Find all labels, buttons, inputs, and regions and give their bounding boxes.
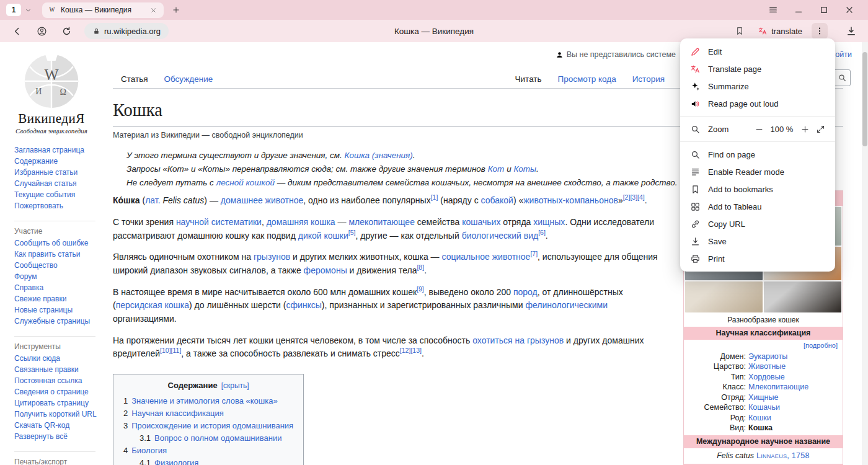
browser-menu-button[interactable] — [760, 0, 786, 20]
menu-item[interactable]: Summarize — [680, 78, 835, 95]
ref-link[interactable]: [9] — [417, 285, 424, 293]
sidebar-link[interactable]: Пожертвовать — [14, 200, 99, 211]
profile-button[interactable] — [32, 22, 51, 40]
wiki-link[interactable]: Животные — [748, 362, 786, 371]
ref-link[interactable]: [5] — [348, 229, 356, 236]
wiki-link[interactable]: Эукариоты — [748, 352, 787, 361]
wiki-link[interactable]: охотиться на грызунов — [472, 335, 564, 345]
ref-link[interactable]: [3] — [630, 194, 637, 202]
sidebar-link[interactable]: Текущие события — [14, 189, 99, 200]
toc-item[interactable]: 2Научная классификация — [123, 407, 293, 420]
address-bar[interactable]: ru.wikipedia.org — [84, 23, 169, 39]
sidebar-link[interactable]: Сообщить об ошибке — [14, 237, 99, 249]
ref-link[interactable]: [1] — [431, 194, 438, 202]
toc-hide-link[interactable]: [скрыть] — [221, 381, 249, 390]
window-close-button[interactable] — [836, 0, 862, 20]
wiki-link[interactable]: домашняя кошка — [267, 217, 335, 227]
back-button[interactable] — [7, 22, 26, 40]
sidebar-link[interactable]: Форум — [14, 271, 99, 282]
wiki-link[interactable]: научной систематики — [176, 217, 262, 227]
wiki-link[interactable]: собакой — [481, 195, 513, 205]
zoom-out-button[interactable] — [754, 124, 764, 134]
new-tab-button[interactable] — [169, 2, 184, 17]
menu-item[interactable]: Translate page — [680, 60, 835, 78]
black-cat-photo[interactable] — [764, 281, 841, 312]
toc-item[interactable]: 1Значение и этимология слова «кошка» — [123, 395, 293, 407]
menu-item[interactable]: Copy URL — [680, 215, 835, 232]
wiki-link[interactable]: Кошачьи — [748, 403, 780, 412]
wiki-link[interactable]: Млекопитающие — [748, 383, 808, 391]
ref-link[interactable]: [4] — [637, 194, 645, 202]
sidebar-link[interactable]: Заглавная страница — [14, 144, 99, 156]
wiki-link[interactable]: Кошка (значения) — [345, 151, 413, 160]
toc-item[interactable]: 3.1Вопрос о полном одомашнивании — [123, 432, 293, 445]
tab-close-button[interactable] — [149, 6, 158, 15]
sidebar-link[interactable]: Ссылки сюда — [14, 353, 99, 364]
more-actions-button[interactable] — [812, 23, 828, 39]
wiki-link[interactable]: хищных — [533, 217, 565, 227]
wiki-link[interactable]: дикой кошки — [298, 231, 348, 241]
bookmark-button[interactable] — [731, 22, 748, 40]
tab-counter-button[interactable]: 1 — [6, 4, 21, 16]
wiki-link[interactable]: Кот — [488, 164, 505, 174]
tab-list-chevron-button[interactable] — [22, 4, 33, 16]
wiki-link[interactable]: животных-компаньонов — [523, 195, 618, 205]
wiki-link[interactable]: Кошки — [748, 414, 771, 422]
sidebar-link[interactable]: Новые страницы — [14, 304, 99, 316]
wiki-link[interactable]: домашнее животное — [221, 195, 303, 205]
wiki-link[interactable]: грызунов — [254, 252, 290, 262]
wiki-link[interactable]: Хищные — [748, 393, 778, 402]
ref-link[interactable]: [10] — [160, 347, 171, 355]
ref-link[interactable]: [8] — [417, 264, 424, 271]
sidebar-link[interactable]: Свежие правки — [14, 293, 99, 304]
fullscreen-button[interactable] — [815, 124, 825, 134]
wiki-link[interactable]: персидская кошка — [116, 300, 189, 310]
sidebar-link[interactable]: Содержание — [14, 156, 99, 167]
wiki-link[interactable]: лесной кошкой — [216, 178, 275, 187]
wiki-link[interactable]: феромоны — [304, 265, 347, 275]
sidebar-link[interactable]: Скачать QR-код — [14, 420, 99, 431]
zoom-in-button[interactable] — [800, 124, 810, 134]
sidebar-link[interactable]: Развернуть всё — [14, 431, 99, 442]
scrollbar-thumb[interactable] — [862, 52, 867, 146]
ref-link[interactable]: [13] — [410, 347, 422, 355]
wiki-link[interactable]: млекопитающее — [348, 217, 415, 227]
article-tab[interactable]: Обсуждение — [156, 70, 221, 88]
translate-button[interactable]: translate — [754, 24, 806, 38]
menu-item[interactable]: Print — [680, 250, 835, 267]
view-tab[interactable]: История — [624, 70, 673, 88]
sidebar-link[interactable]: Получить короткий URL — [14, 409, 99, 420]
sidebar-link[interactable]: Сообщество — [14, 260, 99, 271]
wiki-search-button[interactable] — [834, 70, 850, 86]
sidebar-link[interactable]: Справка — [14, 282, 99, 293]
downloads-button[interactable] — [842, 22, 861, 40]
sidebar-link[interactable]: Служебные страницы — [14, 316, 99, 327]
minimize-button[interactable] — [786, 0, 811, 20]
ref-link[interactable]: [12] — [400, 347, 411, 355]
article-tab[interactable]: Статья — [113, 70, 156, 88]
wiki-link[interactable]: биологический вид — [462, 231, 539, 241]
toc-item[interactable]: 4.1Физиология — [123, 457, 293, 465]
menu-item[interactable]: Enable Reader mode — [680, 163, 835, 180]
sidebar-link[interactable]: Постоянная ссылка — [14, 375, 99, 386]
wikipedia-logo[interactable]: ВикипедиЯ Свободная энциклопедия — [0, 51, 103, 135]
browser-tab[interactable]: Кошка — Википедия — [42, 2, 164, 18]
maximize-button[interactable] — [811, 0, 836, 20]
wiki-link[interactable]: Хордовые — [748, 373, 785, 381]
wiki-link[interactable]: кошачьих — [462, 217, 500, 227]
author-link[interactable]: Linnaeus, 1758 — [756, 451, 810, 460]
reload-button[interactable] — [57, 22, 76, 40]
menu-item[interactable]: Add to bookmarks — [680, 180, 835, 198]
ref-link[interactable]: [2] — [623, 194, 631, 202]
wiki-link[interactable]: Коты — [513, 164, 536, 174]
sidebar-link[interactable]: Как править статьи — [14, 249, 99, 260]
ref-link[interactable]: [11] — [171, 347, 182, 355]
toc-item[interactable]: 3Происхождение и история одомашнивания — [123, 420, 293, 432]
wiki-link[interactable]: социальное животное — [442, 252, 531, 262]
toc-item[interactable]: 4Биология — [123, 445, 293, 457]
ref-link[interactable]: [7] — [530, 250, 538, 258]
details-link[interactable]: [подробно] — [804, 342, 838, 349]
wiki-link[interactable]: лат. — [145, 195, 160, 205]
view-tab[interactable]: Просмотр кода — [550, 70, 624, 88]
page-scrollbar[interactable] — [862, 42, 868, 465]
